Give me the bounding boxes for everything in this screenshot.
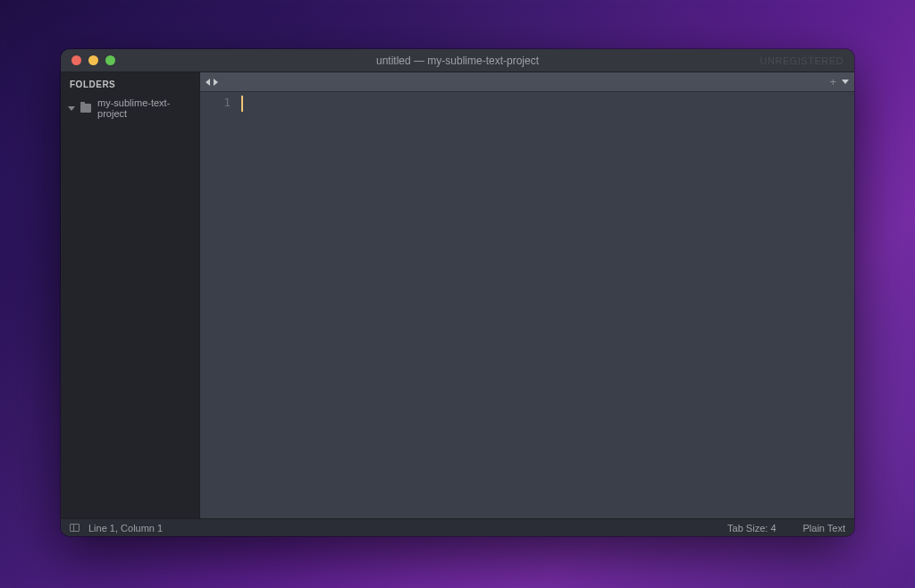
tab-bar: + xyxy=(200,72,854,92)
text-cursor xyxy=(241,96,243,112)
minimize-button[interactable] xyxy=(88,55,98,65)
sidebar-header-folders: FOLDERS xyxy=(61,72,199,95)
nav-back-icon[interactable] xyxy=(206,79,210,86)
panel-toggle-icon[interactable] xyxy=(70,524,80,532)
sidebar: FOLDERS my-sublime-text-project xyxy=(61,72,200,518)
line-number: 1 xyxy=(200,96,231,109)
folder-icon xyxy=(80,104,91,113)
close-button[interactable] xyxy=(71,55,81,65)
unregistered-label: UNREGISTERED xyxy=(760,55,844,66)
status-left: Line 1, Column 1 xyxy=(70,523,163,533)
editor-area: + 1 xyxy=(200,72,854,518)
traffic-lights xyxy=(61,55,115,65)
nav-arrows xyxy=(200,79,218,86)
statusbar: Line 1, Column 1 Tab Size: 4 Plain Text xyxy=(61,518,854,536)
window-body: FOLDERS my-sublime-text-project + xyxy=(61,72,854,518)
editor-window: untitled — my-sublime-text-project UNREG… xyxy=(61,49,854,536)
sidebar-folder-item[interactable]: my-sublime-text-project xyxy=(61,95,199,122)
disclosure-triangle-icon[interactable] xyxy=(68,106,75,111)
syntax-label[interactable]: Plain Text xyxy=(803,523,846,533)
tab-dropdown-icon[interactable] xyxy=(842,80,849,84)
line-number-gutter: 1 xyxy=(200,92,239,518)
titlebar[interactable]: untitled — my-sublime-text-project UNREG… xyxy=(61,49,854,72)
tab-size-label[interactable]: Tab Size: 4 xyxy=(727,523,776,533)
status-right: Tab Size: 4 Plain Text xyxy=(727,523,845,533)
nav-forward-icon[interactable] xyxy=(214,79,218,86)
code-text-area[interactable] xyxy=(239,92,854,518)
editor-content[interactable]: 1 xyxy=(200,92,854,518)
cursor-position-label[interactable]: Line 1, Column 1 xyxy=(88,523,163,533)
maximize-button[interactable] xyxy=(105,55,115,65)
folder-label: my-sublime-text-project xyxy=(97,97,192,119)
tab-controls-right: + xyxy=(829,76,849,88)
window-title: untitled — my-sublime-text-project xyxy=(376,55,539,67)
new-tab-icon[interactable]: + xyxy=(829,76,836,88)
